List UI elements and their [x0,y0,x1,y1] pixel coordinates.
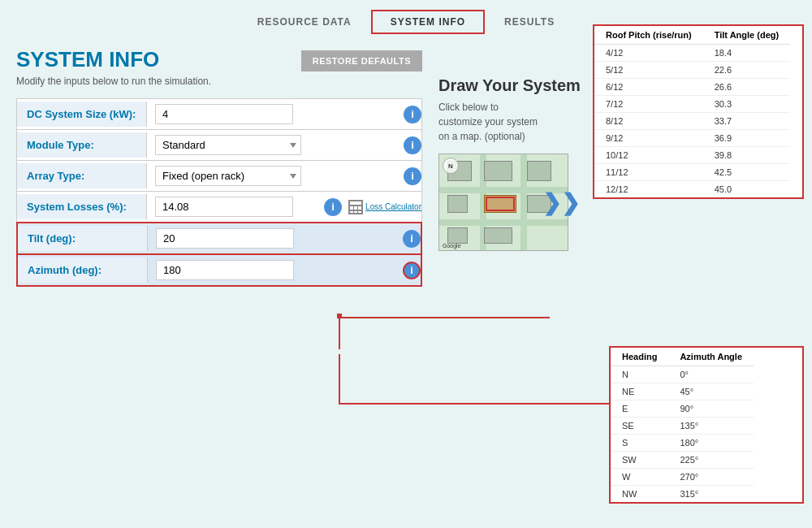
dc-system-size-input[interactable] [155,104,293,124]
tab-resource-data[interactable]: RESOURCE DATA [238,10,371,34]
module-type-select-wrapper: Standard Premium Thin Film [155,135,301,155]
azimuth-popup-table: Heading Azimuth Angle N0°NE45°E90°SE135°… [609,346,804,504]
selected-building-border [486,197,515,211]
table-row: SE135° [611,418,754,435]
section-subtitle: Modify the inputs below to run the simul… [16,76,422,87]
map-street-h2 [439,219,568,226]
tab-results[interactable]: RESULTS [485,10,574,34]
azimuth-label: Azimuth (deg): [18,258,148,283]
map-building-6 [447,227,468,244]
tilt-input-wrapper [148,223,396,253]
map-building-7 [484,227,512,244]
map-compass: N [443,158,459,174]
map-selected-building [484,195,516,213]
azimuth-connector-vertical [339,354,340,403]
map-building-2 [484,161,512,181]
azimuth-connector-horizontal [339,403,615,405]
form-section: DC System Size (kW): i Module Type: Stan… [16,98,422,287]
tab-system-info[interactable]: SYSTEM INFO [371,10,485,34]
draw-your-system-subtitle: Click below tocustomize your systemon a … [438,100,538,144]
roof-pitch-col2-header: Tilt Angle (deg) [703,26,790,45]
map-street-v2 [520,154,527,250]
draw-your-system-title: Draw Your System [438,76,581,95]
system-losses-input[interactable] [155,197,293,217]
array-type-select-wrapper: Fixed (open rack) Fixed (roof mount) 1-A… [155,166,301,186]
azimuth-input[interactable] [156,260,294,280]
tilt-connector-dot [337,314,342,318]
map-google-label: Google [443,243,461,249]
table-row: 4/1218.4 [594,45,790,62]
restore-defaults-button[interactable]: RESTORE DEFAULTS [301,50,422,71]
module-type-label: Module Type: [17,132,147,158]
tilt-info-icon[interactable]: i [403,230,421,248]
azimuth-input-wrapper [148,255,396,285]
table-row: 6/1226.6 [594,79,790,96]
table-row: 11/1242.5 [594,164,790,181]
dc-system-size-input-wrapper [147,99,397,129]
table-row: NE45° [611,383,754,400]
roof-pitch-col1-header: Roof Pitch (rise/run) [594,26,703,45]
module-type-input-wrapper: Standard Premium Thin Film [147,130,397,160]
svg-rect-5 [350,211,353,213]
tilt-connector-vertical [339,317,340,349]
table-row: N0° [611,366,754,383]
tilt-label: Tilt (deg): [18,226,148,251]
svg-rect-6 [354,211,357,213]
tilt-connector-horizontal [339,317,550,318]
system-losses-label: System Losses (%): [17,194,147,219]
table-row: W270° [611,469,754,486]
map-building-3 [527,161,551,181]
array-type-input-wrapper: Fixed (open rack) Fixed (roof mount) 1-A… [147,161,397,191]
array-type-select[interactable]: Fixed (open rack) Fixed (roof mount) 1-A… [155,166,301,186]
svg-rect-7 [358,211,361,213]
dc-system-size-label: DC System Size (kW): [17,102,147,127]
module-type-info-icon[interactable]: i [404,136,421,154]
loss-calculator-label: Loss Calculator [365,202,421,211]
azimuth-info-icon[interactable]: i [403,262,421,279]
azimuth-col2-header: Azimuth Angle [668,348,754,366]
loss-calculator-link[interactable]: Loss Calculator [348,200,421,214]
left-panel: RESTORE DEFAULTS SYSTEM INFO Modify the … [16,47,422,287]
map-building-4 [447,195,468,213]
svg-rect-2 [350,206,353,210]
system-losses-info-icon[interactable]: i [324,198,342,216]
field-row-tilt: Tilt (deg): i [16,222,422,254]
dc-system-size-info-icon[interactable]: i [404,106,421,123]
table-row: 9/1236.9 [594,130,790,147]
field-row-system-losses: System Losses (%): i Loss Calculator [16,191,422,222]
field-row-dc-system-size: DC System Size (kW): i [16,98,422,129]
table-row: 5/1222.6 [594,62,790,79]
table-row: S180° [611,435,754,452]
table-row: 8/1233.7 [594,113,790,130]
tilt-input[interactable] [156,228,294,249]
system-losses-input-wrapper [147,192,317,222]
table-row: 7/1230.3 [594,96,790,113]
field-row-module-type: Module Type: Standard Premium Thin Film … [16,129,422,160]
field-row-array-type: Array Type: Fixed (open rack) Fixed (roo… [16,160,422,191]
table-row: NW315° [611,486,754,503]
array-type-label: Array Type: [17,163,147,188]
table-row: E90° [611,400,754,418]
module-type-select[interactable]: Standard Premium Thin Film [155,135,301,155]
array-type-info-icon[interactable]: i [404,167,421,185]
field-row-azimuth: Azimuth (deg): i [16,254,422,287]
svg-rect-1 [350,201,361,205]
azimuth-col1-header: Heading [611,348,668,366]
table-row: 12/1245.0 [594,181,790,198]
map-expand-arrow[interactable]: ❯❯ [542,189,580,216]
map-wrapper: N Google ❯❯ [438,154,568,251]
loss-calculator-icon [348,200,363,214]
svg-rect-4 [358,206,361,210]
table-row: 10/1239.8 [594,147,790,164]
table-row: SW225° [611,452,754,469]
roof-pitch-popup-table: Roof Pitch (rise/run) Tilt Angle (deg) 4… [593,24,804,199]
svg-rect-3 [354,206,357,210]
